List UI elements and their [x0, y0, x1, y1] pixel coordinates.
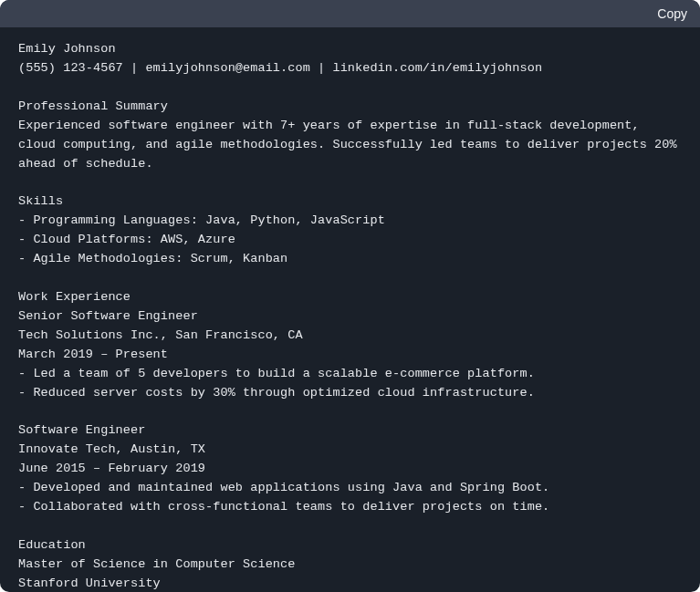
job-bullet: - Reduced server costs by 30% through op…: [18, 386, 535, 400]
skill-item: - Programming Languages: Java, Python, J…: [18, 213, 385, 227]
copy-button[interactable]: Copy: [657, 5, 687, 23]
education-degree: Master of Science in Computer Science: [18, 557, 295, 571]
code-block-container: Copy Emily Johnson (555) 123-4567 | emil…: [0, 0, 700, 592]
job-dates: June 2015 – February 2019: [18, 462, 205, 475]
job-company: Tech Solutions Inc., San Francisco, CA: [18, 328, 303, 342]
skill-item: - Cloud Platforms: AWS, Azure: [18, 233, 235, 246]
job-title: Software Engineer: [18, 423, 145, 437]
education-heading: Education: [18, 538, 86, 552]
work-heading: Work Experience: [18, 290, 131, 304]
job-bullet: - Collaborated with cross-functional tea…: [18, 500, 549, 514]
job-bullet: - Developed and maintained web applicati…: [18, 481, 549, 494]
education-school: Stanford University: [18, 576, 161, 590]
resume-name: Emily Johnson: [18, 42, 116, 56]
skills-heading: Skills: [18, 194, 63, 208]
summary-heading: Professional Summary: [18, 99, 168, 113]
resume-contact: (555) 123-4567 | emilyjohnson@email.com …: [18, 61, 542, 75]
job-bullet: - Led a team of 5 developers to build a …: [18, 367, 535, 380]
code-block-header: Copy: [0, 0, 700, 27]
job-company: Innovate Tech, Austin, TX: [18, 442, 205, 456]
job-title: Senior Software Engineer: [18, 309, 198, 323]
summary-body: Experienced software engineer with 7+ ye…: [18, 119, 684, 171]
job-dates: March 2019 – Present: [18, 348, 168, 361]
skill-item: - Agile Methodologies: Scrum, Kanban: [18, 252, 287, 265]
resume-text-body: Emily Johnson (555) 123-4567 | emilyjohn…: [0, 27, 700, 592]
